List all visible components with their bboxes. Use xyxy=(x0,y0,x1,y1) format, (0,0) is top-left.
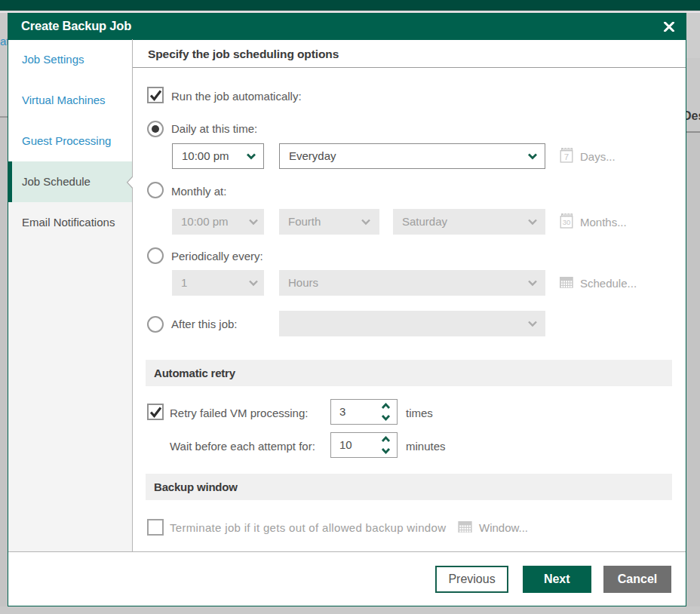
svg-text:30: 30 xyxy=(563,218,571,226)
svg-text:7: 7 xyxy=(564,152,569,161)
